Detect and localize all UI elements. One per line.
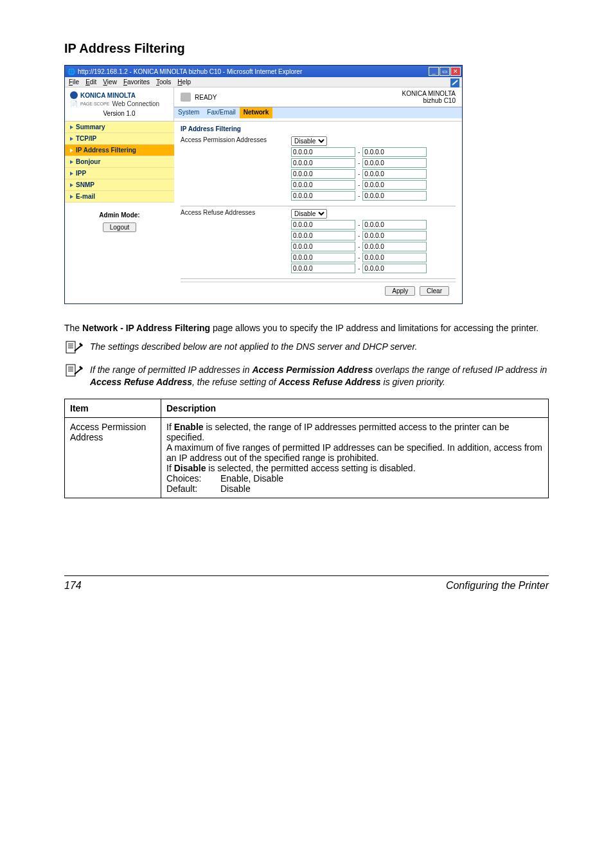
model-name: bizhub C10 <box>402 97 456 104</box>
logout-button[interactable]: Logout <box>103 222 137 232</box>
refuse-from-3[interactable] <box>291 242 355 251</box>
perm-from-3[interactable] <box>291 169 355 179</box>
window-titlebar: 🌐 http://192.168.1.2 - KONICA MINOLTA bi… <box>65 66 462 77</box>
access-refuse-label: Access Refuse Addresses <box>181 209 283 216</box>
menu-help[interactable]: Help <box>177 78 191 86</box>
perm-to-3[interactable] <box>362 169 427 179</box>
menu-edit[interactable]: Edit <box>85 78 96 86</box>
note-2: If the range of permitted IP addresses i… <box>66 364 549 388</box>
refuse-from-1[interactable] <box>291 220 355 230</box>
clear-button[interactable]: Clear <box>420 286 449 296</box>
apply-button[interactable]: Apply <box>385 286 415 296</box>
perm-to-1[interactable] <box>362 147 427 157</box>
description-table: Item Description Access Permission Addre… <box>64 399 549 498</box>
main-tabs: System Fax/Email Network <box>174 107 462 118</box>
note-1-text: The settings described below are not app… <box>90 341 417 353</box>
close-button[interactable]: ✕ <box>450 67 461 76</box>
perm-from-5[interactable] <box>291 191 355 201</box>
cell-item: Access Permission Address <box>65 417 161 498</box>
menu-view[interactable]: View <box>103 78 117 86</box>
svg-rect-5 <box>66 365 75 376</box>
refuse-from-5[interactable] <box>291 264 355 273</box>
sidebar: Summary TCP/IP IP Address Filtering Bonj… <box>65 122 174 303</box>
main-panel: IP Address Filtering Access Permission A… <box>174 122 462 303</box>
km-logo-icon <box>70 91 78 99</box>
perm-to-5[interactable] <box>362 191 427 201</box>
refuse-from-2[interactable] <box>291 231 355 240</box>
model-brand: KONICA MINOLTA <box>402 90 456 97</box>
refuse-to-1[interactable] <box>362 220 427 230</box>
note-2-text: If the range of permitted IP addresses i… <box>90 364 549 388</box>
window-title: http://192.168.1.2 - KONICA MINOLTA bizh… <box>78 68 429 75</box>
note-icon <box>66 341 84 354</box>
table-row: Access Permission Address If Enable is s… <box>65 417 549 498</box>
tab-fax-email[interactable]: Fax/Email <box>203 107 239 118</box>
brand-text: KONICA MINOLTA <box>80 92 136 99</box>
pagescope-icon: 📄 <box>70 100 78 107</box>
sidebar-item-ipp[interactable]: IPP <box>65 168 174 179</box>
menu-favorites[interactable]: Favorites <box>123 78 150 86</box>
menu-tools[interactable]: Tools <box>156 78 171 86</box>
menu-file[interactable]: File <box>69 78 79 86</box>
webconn-text: Web Connection <box>112 100 159 107</box>
intro-paragraph: The Network - IP Address Filtering page … <box>64 322 549 334</box>
footer-title: Configuring the Printer <box>446 580 549 592</box>
sidebar-item-snmp[interactable]: SNMP <box>65 179 174 191</box>
perm-from-2[interactable] <box>291 158 355 168</box>
refuse-to-2[interactable] <box>362 231 427 240</box>
admin-mode-label: Admin Mode: <box>70 212 169 219</box>
note-1: The settings described below are not app… <box>66 341 549 354</box>
sidebar-item-ipfilter[interactable]: IP Address Filtering <box>65 145 174 156</box>
version-text: Version 1.0 <box>70 110 168 117</box>
access-perm-label: Access Permission Addresses <box>181 136 283 143</box>
sidebar-item-bonjour[interactable]: Bonjour <box>65 156 174 168</box>
sidebar-item-email[interactable]: E-mail <box>65 191 174 203</box>
refuse-to-5[interactable] <box>362 264 427 273</box>
perm-from-4[interactable] <box>291 180 355 190</box>
perm-to-4[interactable] <box>362 180 427 190</box>
cell-desc: If Enable is selected, the range of IP a… <box>161 417 549 498</box>
sidebar-item-tcpip[interactable]: TCP/IP <box>65 133 174 145</box>
pagescope-label: PAGE SCOPE <box>80 102 109 106</box>
perm-to-2[interactable] <box>362 158 427 168</box>
minimize-button[interactable]: _ <box>429 67 439 76</box>
ie-logo-icon <box>450 78 459 87</box>
section-heading: IP Address Filtering <box>64 41 549 56</box>
maximize-button[interactable]: ▭ <box>440 67 450 76</box>
browser-menubar: File Edit View Favorites Tools Help <box>65 77 462 87</box>
page-number: 174 <box>64 580 82 592</box>
col-desc: Description <box>161 399 549 417</box>
refuse-to-4[interactable] <box>362 253 427 262</box>
browser-window: 🌐 http://192.168.1.2 - KONICA MINOLTA bi… <box>64 65 463 304</box>
printer-icon <box>181 93 191 102</box>
refuse-from-4[interactable] <box>291 253 355 262</box>
note-icon <box>66 364 84 377</box>
refuse-to-3[interactable] <box>362 242 427 251</box>
access-refuse-select[interactable]: Disable <box>291 209 327 219</box>
panel-heading: IP Address Filtering <box>181 125 456 132</box>
tab-system[interactable]: System <box>174 107 203 118</box>
sidebar-item-summary[interactable]: Summary <box>65 122 174 133</box>
brand-column: KONICA MINOLTA 📄 PAGE SCOPE Web Connecti… <box>65 87 174 121</box>
col-item: Item <box>65 399 161 417</box>
page-footer: 174 Configuring the Printer <box>64 575 549 592</box>
tab-network[interactable]: Network <box>240 107 272 118</box>
svg-rect-1 <box>66 341 75 353</box>
ie-icon: 🌐 <box>67 68 75 75</box>
access-perm-select[interactable]: Disable <box>291 136 327 146</box>
table-header-row: Item Description <box>65 399 549 417</box>
ready-status: READY <box>195 94 217 101</box>
perm-from-1[interactable] <box>291 147 355 157</box>
